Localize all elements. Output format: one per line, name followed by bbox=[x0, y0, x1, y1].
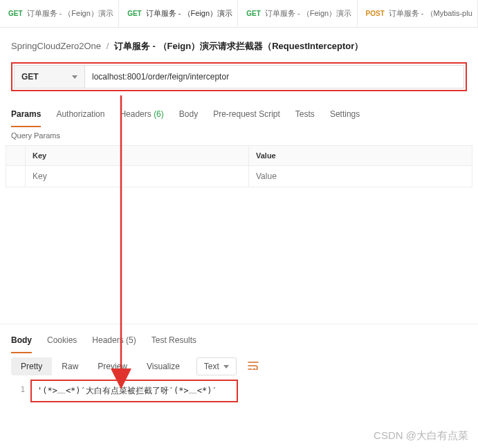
tab-authorization[interactable]: Authorization bbox=[56, 104, 104, 127]
table-row bbox=[6, 166, 472, 187]
watermark: CSDN @大白有点菜 bbox=[374, 429, 468, 442]
view-preview[interactable]: Preview bbox=[88, 357, 137, 375]
col-key: Key bbox=[26, 146, 249, 166]
content-type-label: Text bbox=[204, 362, 219, 371]
url-bar: GET bbox=[14, 65, 464, 88]
view-visualize[interactable]: Visualize bbox=[137, 357, 190, 375]
view-pretty[interactable]: Pretty bbox=[11, 357, 52, 375]
tab-0[interactable]: GET 订单服务 - （Feign）演示 bbox=[0, 0, 119, 27]
tab-body[interactable]: Body bbox=[179, 104, 198, 127]
tab-label: 订单服务 - （Feign）演示 bbox=[27, 8, 113, 19]
key-input[interactable] bbox=[33, 171, 241, 181]
resp-tab-headers[interactable]: Headers (5) bbox=[92, 330, 136, 353]
tab-settings[interactable]: Settings bbox=[330, 104, 360, 127]
query-params-table: Key Value bbox=[6, 145, 472, 187]
method-badge: GET bbox=[8, 10, 23, 17]
response-controls: Pretty Raw Preview Visualize Text bbox=[0, 353, 478, 380]
breadcrumb-root[interactable]: SpringCloudZero2One bbox=[11, 41, 101, 51]
chevron-down-icon bbox=[223, 365, 229, 368]
query-params-title: Query Params bbox=[0, 127, 478, 145]
response-body-highlight: '(*>﹏<*)′大白有点菜被拦截了呀′(*>﹏<*)′ bbox=[30, 380, 238, 402]
tab-2[interactable]: GET 订单服务 - （Feign）演示 bbox=[238, 0, 357, 27]
tab-label: 订单服务 - （Mybatis-plu bbox=[389, 8, 472, 19]
row-checkbox[interactable] bbox=[6, 166, 26, 187]
resp-tab-results[interactable]: Test Results bbox=[151, 330, 196, 353]
method-badge: GET bbox=[246, 10, 261, 17]
tab-label: 订单服务 - （Feign）演示 bbox=[146, 8, 232, 19]
view-raw[interactable]: Raw bbox=[52, 357, 88, 375]
request-subtabs: Params Authorization Headers (6) Body Pr… bbox=[0, 98, 478, 127]
method-select[interactable]: GET bbox=[15, 66, 85, 88]
value-input[interactable] bbox=[256, 171, 465, 181]
tab-params[interactable]: Params bbox=[11, 104, 41, 127]
tab-tests[interactable]: Tests bbox=[295, 104, 315, 127]
resp-tab-body[interactable]: Body bbox=[11, 330, 32, 353]
content-type-select[interactable]: Text bbox=[196, 357, 237, 375]
resp-headers-count: (5) bbox=[126, 335, 136, 345]
method-badge: POST bbox=[366, 10, 385, 17]
method-badge: GET bbox=[127, 10, 142, 17]
col-value: Value bbox=[249, 146, 472, 166]
tab-headers-label: Headers bbox=[120, 109, 151, 119]
wrap-lines-icon[interactable] bbox=[243, 358, 263, 375]
tab-3[interactable]: POST 订单服务 - （Mybatis-plu bbox=[358, 0, 478, 27]
line-number: 1 bbox=[11, 380, 30, 402]
breadcrumb: SpringCloudZero2One / 订单服务 - （Feign）演示请求… bbox=[0, 28, 478, 62]
response-panel: Body Cookies Headers (5) Test Results Pr… bbox=[0, 324, 478, 407]
url-bar-highlight: GET bbox=[11, 62, 467, 91]
chevron-down-icon bbox=[72, 75, 77, 79]
view-mode-group: Pretty Raw Preview Visualize bbox=[11, 357, 190, 375]
col-checkbox bbox=[6, 146, 26, 166]
tab-label: 订单服务 - （Feign）演示 bbox=[265, 8, 351, 19]
response-body-area: 1 '(*>﹏<*)′大白有点菜被拦截了呀′(*>﹏<*)′ bbox=[0, 380, 478, 407]
tab-1[interactable]: GET 订单服务 - （Feign）演示 bbox=[119, 0, 238, 27]
tab-prerequest[interactable]: Pre-request Script bbox=[213, 104, 280, 127]
tab-headers[interactable]: Headers (6) bbox=[120, 104, 163, 127]
response-body-text[interactable]: '(*>﹏<*)′大白有点菜被拦截了呀′(*>﹏<*)′ bbox=[37, 386, 217, 395]
response-tabs: Body Cookies Headers (5) Test Results bbox=[0, 324, 478, 353]
request-tabs: GET 订单服务 - （Feign）演示 GET 订单服务 - （Feign）演… bbox=[0, 0, 478, 28]
resp-tab-cookies[interactable]: Cookies bbox=[47, 330, 77, 353]
breadcrumb-current: 订单服务 - （Feign）演示请求拦截器（RequestInterceptor… bbox=[114, 41, 363, 51]
tab-headers-count: (6) bbox=[154, 109, 164, 119]
resp-headers-label: Headers bbox=[92, 335, 123, 345]
url-input[interactable] bbox=[85, 66, 463, 88]
method-select-label: GET bbox=[21, 72, 39, 82]
breadcrumb-sep: / bbox=[107, 41, 109, 51]
